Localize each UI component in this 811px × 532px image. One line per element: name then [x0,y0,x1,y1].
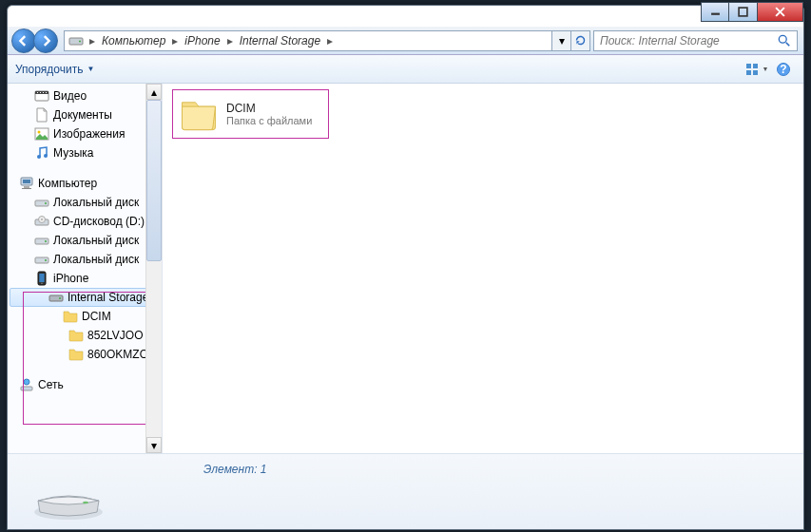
sidebar-item-network[interactable]: Сеть [10,375,162,394]
svg-point-21 [38,131,41,134]
svg-point-39 [41,282,43,284]
toolbar: Упорядочить ▼ ▼ ? [8,55,803,84]
chevron-right-icon[interactable]: ▸ [87,34,98,48]
sidebar-item-video[interactable]: Видео [10,86,162,105]
sidebar-item-label: Изображения [53,127,125,141]
svg-rect-43 [21,387,32,390]
svg-text:?: ? [780,63,786,76]
network-icon [19,377,34,392]
svg-rect-11 [753,70,758,75]
cd-drive-icon [34,214,49,229]
breadcrumb-item[interactable]: Компьютер [98,34,169,48]
scroll-down-button[interactable]: ▾ [146,437,162,453]
drive-icon [34,252,49,267]
address-bar[interactable]: ▸ Компьютер ▸ iPhone ▸ Internal Storage … [64,30,590,51]
explorer-window: ▸ Компьютер ▸ iPhone ▸ Internal Storage … [7,5,804,530]
sidebar-scrollbar[interactable]: ▴ ▾ [145,84,162,453]
folder-item-dcim[interactable]: DCIM Папка с файлами [172,89,329,139]
svg-rect-25 [23,180,30,183]
sidebar-item-label: Компьютер [38,177,97,190]
sidebar-item-label: Internal Storage [68,291,148,304]
sidebar-item-music[interactable]: Музыка [10,143,162,162]
sidebar-item-label: 860OKMZO [87,348,148,361]
drive-icon [68,33,84,48]
svg-rect-16 [37,92,38,93]
folder-name: DCIM [226,102,312,115]
svg-rect-18 [43,92,44,93]
video-icon [34,88,49,104]
sidebar-item-label: iPhone [53,272,88,285]
sidebar-item-cd-drive[interactable]: CD-дисковод (D:) [10,212,162,231]
forward-button[interactable] [33,28,58,53]
svg-point-22 [37,155,41,159]
sidebar-item-documents[interactable]: Документы [10,105,162,124]
minimize-button[interactable] [701,2,729,22]
sidebar-item-internal-storage[interactable]: Internal Storage [10,288,162,307]
folder-subtitle: Папка с файлами [226,115,312,126]
document-icon [34,107,49,123]
organize-button[interactable]: Упорядочить ▼ [15,63,94,76]
sidebar-item-local-disk[interactable]: Локальный диск [10,250,162,269]
close-button[interactable] [758,2,803,22]
sidebar-item-label: Музыка [53,146,93,160]
svg-rect-8 [746,64,751,68]
svg-point-36 [45,259,47,261]
svg-rect-27 [22,188,31,189]
image-icon [34,126,49,142]
titlebar [8,6,803,27]
svg-point-42 [24,379,29,385]
sidebar-item-images[interactable]: Изображения [10,124,162,143]
scroll-up-button[interactable]: ▴ [146,84,162,100]
phone-icon [34,271,49,286]
sidebar-item-label: 852LVJOO [87,329,143,342]
sidebar-item-iphone[interactable]: iPhone [10,269,162,288]
breadcrumb-item[interactable]: Internal Storage [236,34,324,48]
search-icon [778,34,791,48]
folder-icon [68,347,84,362]
content-pane[interactable]: DCIM Папка с файлами [163,84,803,453]
chevron-right-icon[interactable]: ▸ [324,34,336,48]
sidebar-item-local-disk[interactable]: Локальный диск [10,193,162,212]
svg-point-5 [79,40,81,42]
svg-point-29 [45,202,47,204]
sidebar-item-label: Сеть [38,378,64,391]
svg-point-34 [45,240,47,242]
svg-point-32 [41,218,43,220]
svg-rect-19 [46,92,47,93]
breadcrumb-item[interactable]: iPhone [181,34,223,48]
search-box[interactable] [593,30,798,51]
folder-icon [68,328,84,343]
chevron-down-icon: ▼ [87,65,94,73]
chevron-right-icon[interactable]: ▸ [169,34,181,48]
svg-line-7 [786,42,790,46]
navbar: ▸ Компьютер ▸ iPhone ▸ Internal Storage … [8,27,803,55]
scroll-thumb[interactable] [146,100,162,261]
maximize-button[interactable] [729,2,758,22]
address-dropdown-button[interactable]: ▾ [551,31,570,50]
drive-large-icon [30,474,106,522]
computer-icon [19,176,34,191]
navigation-pane: Видео Документы Изображения Музыка [8,84,163,453]
sidebar-item-dcim-sub[interactable]: 852LVJOO [10,326,162,345]
sidebar-item-label: DCIM [82,310,111,323]
folder-icon [63,309,78,324]
view-options-button[interactable]: ▼ [744,59,769,80]
svg-point-41 [59,297,61,299]
drive-icon [34,233,49,248]
svg-rect-9 [753,64,758,68]
sidebar-item-label: CD-дисковод (D:) [53,215,145,228]
search-input[interactable] [600,34,778,48]
sidebar-item-dcim-sub[interactable]: 860OKMZO [10,345,162,364]
sidebar-item-label: Локальный диск [53,253,139,266]
help-button[interactable]: ? [771,59,796,80]
sidebar-item-computer[interactable]: Компьютер [10,174,162,193]
svg-rect-38 [39,274,44,282]
sidebar-item-label: Локальный диск [53,196,139,209]
refresh-button[interactable] [570,31,589,50]
sidebar-item-local-disk[interactable]: Локальный диск [10,231,162,250]
organize-label: Упорядочить [15,63,83,76]
svg-point-6 [779,35,786,43]
sidebar-item-dcim[interactable]: DCIM [10,307,162,326]
sidebar-item-label: Видео [53,89,87,103]
chevron-right-icon[interactable]: ▸ [224,34,236,48]
